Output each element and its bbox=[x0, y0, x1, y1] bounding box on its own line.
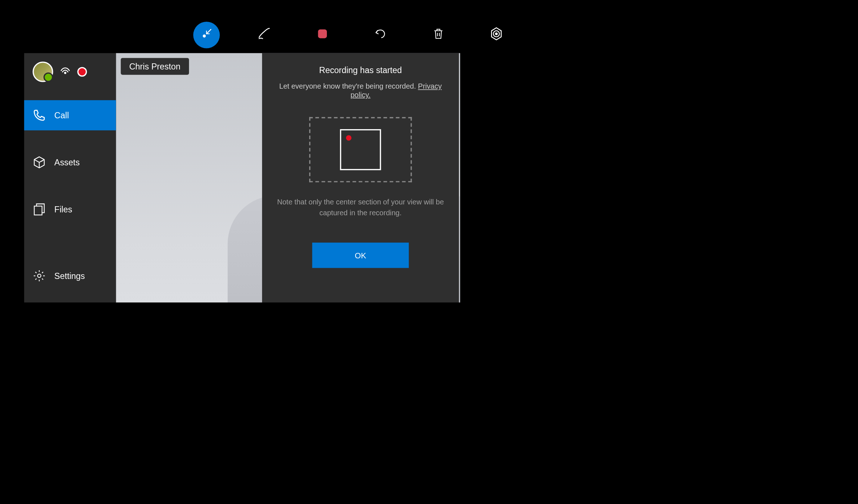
recording-area-graphic bbox=[309, 117, 412, 182]
sidebar-item-label: Files bbox=[54, 204, 72, 214]
recording-dialog: Recording has started Let everyone know … bbox=[262, 53, 459, 302]
sidebar: Call Assets bbox=[24, 53, 116, 302]
sidebar-header bbox=[24, 53, 116, 100]
svg-rect-5 bbox=[34, 206, 42, 215]
undo-icon bbox=[374, 27, 387, 43]
sidebar-nav: Call Assets bbox=[24, 100, 116, 291]
files-icon bbox=[33, 203, 46, 216]
ok-button[interactable]: OK bbox=[312, 243, 409, 268]
recording-indicator-icon bbox=[77, 67, 87, 77]
sidebar-item-label: Assets bbox=[54, 157, 80, 167]
arrow-in-icon bbox=[200, 27, 213, 43]
sidebar-item-label: Settings bbox=[54, 271, 85, 281]
sidebar-item-call[interactable]: Call bbox=[24, 100, 116, 130]
phone-icon bbox=[33, 109, 46, 122]
dialog-title: Recording has started bbox=[276, 65, 446, 75]
dialog-note: Note that only the center section of you… bbox=[276, 197, 446, 219]
ink-tool[interactable] bbox=[251, 22, 278, 48]
svg-rect-1 bbox=[318, 29, 327, 38]
dialog-subtitle: Let everyone know they're being recorded… bbox=[276, 82, 446, 99]
undo-tool[interactable] bbox=[367, 22, 394, 48]
ink-icon bbox=[257, 26, 272, 43]
svg-point-6 bbox=[38, 274, 41, 278]
sidebar-item-label: Call bbox=[54, 110, 69, 120]
delete-tool[interactable] bbox=[425, 22, 451, 48]
svg-point-3 bbox=[496, 33, 497, 35]
svg-point-0 bbox=[203, 35, 205, 37]
avatar[interactable] bbox=[33, 62, 53, 82]
participant-name-tag: Chris Preston bbox=[121, 58, 189, 75]
stop-square-icon bbox=[316, 27, 329, 43]
arrow-tool[interactable] bbox=[193, 22, 220, 48]
sidebar-item-assets[interactable]: Assets bbox=[24, 147, 116, 177]
sidebar-item-files[interactable]: Files bbox=[24, 194, 116, 224]
hex-target-icon bbox=[489, 26, 504, 43]
trash-icon bbox=[432, 27, 444, 43]
target-tool[interactable] bbox=[483, 22, 509, 48]
gear-icon bbox=[33, 269, 46, 283]
top-toolbar bbox=[193, 22, 514, 48]
sidebar-item-settings[interactable]: Settings bbox=[24, 261, 116, 291]
wifi-icon bbox=[59, 65, 71, 79]
box-icon bbox=[33, 156, 46, 169]
stop-tool[interactable] bbox=[309, 22, 336, 48]
svg-point-4 bbox=[64, 72, 66, 74]
